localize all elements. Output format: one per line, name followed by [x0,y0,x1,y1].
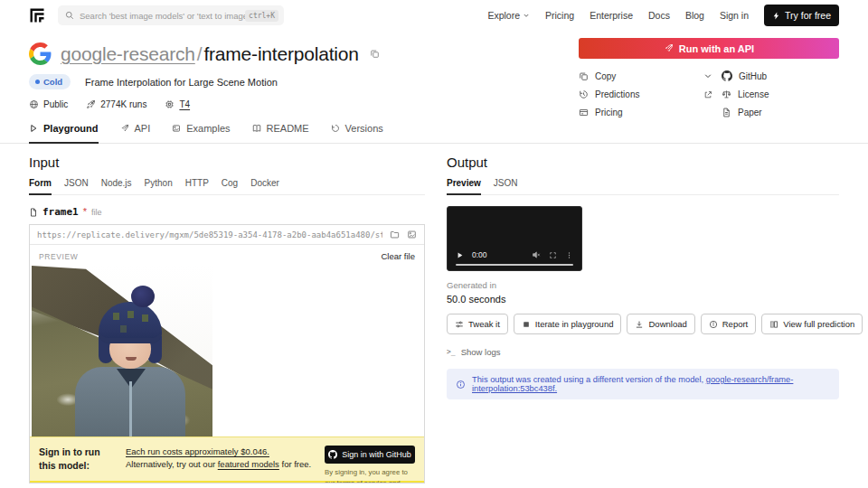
model-actions: Run with an API Copy GitHub [579,38,839,117]
output-tab-json[interactable]: JSON [494,178,518,195]
rocket-icon [120,124,129,133]
run-with-api-button[interactable]: Run with an API [579,38,839,59]
cost-link[interactable]: Each run costs approximately $0.046. [126,446,269,456]
play-button-icon[interactable] [456,251,464,259]
file-url-row: https://replicate.delivery/mgxm/5de85319… [30,225,424,245]
rocket-icon [664,43,674,53]
copy-action[interactable]: Copy [579,70,712,81]
visibility-meta: Public [29,99,68,109]
input-tab-json[interactable]: JSON [64,178,89,195]
video-progress-bar[interactable] [456,264,573,266]
download-icon [635,320,644,329]
video-time: 0:00 [472,250,487,259]
frame1-field-label: frame1* file [29,206,425,219]
image-icon [172,124,181,133]
input-image-preview [32,266,212,437]
tab-readme[interactable]: README [252,123,309,144]
copy-model-name-icon[interactable] [370,49,380,59]
search-placeholder: Search 'best image models' or 'text to i… [80,11,245,21]
file-input-box: https://replicate.delivery/mgxm/5de85319… [29,224,425,483]
input-tab-docker[interactable]: Docker [250,178,279,195]
clear-file-button[interactable]: Clear file [382,251,416,261]
featured-models-link[interactable]: featured models [218,459,279,469]
search-input[interactable]: Search 'best image models' or 'text to i… [58,5,284,25]
output-heading: Output [447,155,839,171]
image-icon[interactable] [407,230,417,239]
more-options-icon[interactable] [565,251,573,259]
output-tab-preview[interactable]: Preview [447,178,481,195]
terminal-icon: >_ [447,348,456,356]
chevron-down-icon[interactable] [703,71,712,80]
show-logs-toggle[interactable]: >_ Show logs [447,347,839,357]
signin-terms: By signing in, you agree to our terms of… [325,467,415,483]
status-badge: Cold [29,74,71,89]
github-icon [328,450,337,459]
model-name: frame-interpolation [203,43,358,64]
muted-speaker-icon[interactable] [532,250,541,259]
play-icon [29,124,38,133]
search-shortcut-badge: ctrl+K [245,10,278,22]
model-owner-link[interactable]: google-research [61,43,195,64]
input-heading: Input [29,155,425,171]
copy-icon [579,71,589,81]
pricing-card-icon [579,108,589,117]
try-for-free-button[interactable]: Try for free [764,5,839,26]
signin-github-button[interactable]: Sign in with GitHub [325,446,415,464]
versions-history-icon [331,124,340,133]
fullscreen-icon[interactable] [549,251,557,259]
preview-label: PREVIEW [39,252,78,261]
tab-playground[interactable]: Playground [29,123,99,144]
paper-action[interactable]: Paper [722,108,839,117]
video-player[interactable]: 0:00 [447,206,582,271]
info-icon [456,380,466,389]
input-tab-nodejs[interactable]: Node.js [101,178,132,195]
lightning-icon [772,12,780,20]
iterate-playground-button[interactable]: Iterate in playground [514,314,622,334]
top-nav: Explore Pricing Enterprise Docs Blog Sig… [487,5,839,26]
file-url-value[interactable]: https://replicate.delivery/mgxm/5de85319… [37,230,382,239]
github-action[interactable]: GitHub [722,70,839,81]
github-icon [722,70,732,81]
tab-versions[interactable]: Versions [331,123,383,144]
nav-pricing[interactable]: Pricing [545,10,574,21]
download-button[interactable]: Download [627,314,694,334]
tab-api[interactable]: API [120,123,151,144]
history-icon [579,89,589,99]
output-tabs: Preview JSON [447,178,839,195]
nav-blog[interactable]: Blog [685,10,704,21]
tweak-it-button[interactable]: Tweak it [447,314,508,334]
report-button[interactable]: Report [701,314,757,334]
pricing-action[interactable]: Pricing [579,108,712,117]
columns-icon [769,320,778,329]
nav-enterprise[interactable]: Enterprise [590,10,633,21]
signin-body: Each run costs approximately $0.046. Alt… [126,446,314,475]
hardware-link: T4 [179,99,190,109]
input-tab-cog[interactable]: Cog [222,178,238,195]
license-action[interactable]: License [722,89,839,99]
predictions-action[interactable]: Predictions [579,89,712,99]
folder-icon[interactable] [390,230,400,239]
tab-examples[interactable]: Examples [172,123,230,144]
square-icon [522,320,531,329]
input-format-tabs: Form JSON Node.js Python HTTP Cog Docker [29,178,425,195]
nav-explore[interactable]: Explore [487,10,530,21]
field-type-label: file [91,208,102,217]
input-tab-python[interactable]: Python [145,178,173,195]
globe-icon [29,99,39,109]
video-controls: 0:00 [456,250,573,259]
hardware-meta[interactable]: T4 [165,99,190,109]
model-tabs: Playground API Examples README [0,123,868,144]
input-tab-form[interactable]: Form [29,178,52,195]
nav-docs[interactable]: Docs [648,10,670,21]
terms-link[interactable]: terms of service [336,479,386,483]
report-info-icon [709,320,718,329]
replicate-logo-icon[interactable] [29,7,45,23]
nav-signin[interactable]: Sign in [720,10,749,21]
google-logo-icon [29,42,52,65]
runs-meta: 2774K runs [86,99,146,109]
view-full-prediction-button[interactable]: View full prediction [761,314,863,334]
file-icon [29,208,38,217]
rocket-icon [86,99,96,109]
model-header: google-research/frame-interpolation Cold… [0,31,868,109]
input-tab-http[interactable]: HTTP [185,178,209,195]
